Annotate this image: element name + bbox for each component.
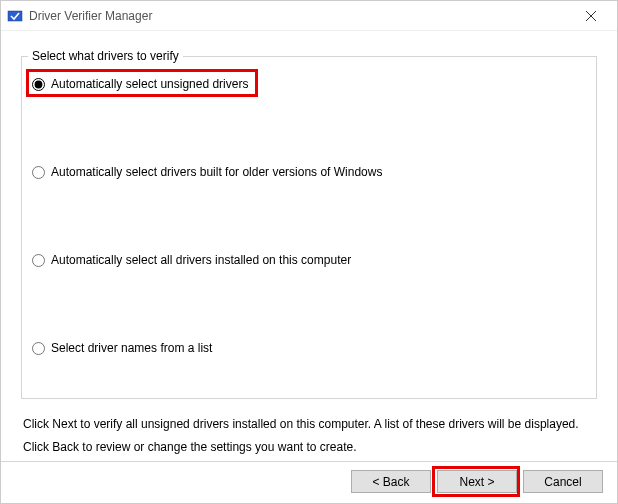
radio-option-older[interactable]: Automatically select drivers built for o… — [32, 165, 588, 179]
drivers-groupbox: Select what drivers to verify Automatica… — [21, 49, 597, 399]
radio-option-list[interactable]: Select driver names from a list — [32, 341, 588, 355]
next-button[interactable]: Next > — [437, 470, 517, 493]
cancel-button[interactable]: Cancel — [523, 470, 603, 493]
titlebar: Driver Verifier Manager — [1, 1, 617, 31]
back-button[interactable]: < Back — [351, 470, 431, 493]
radio-list-label: Select driver names from a list — [51, 341, 212, 355]
dialog-window: Driver Verifier Manager Select what driv… — [0, 0, 618, 504]
radio-all-input[interactable] — [32, 254, 45, 267]
radio-older-label: Automatically select drivers built for o… — [51, 165, 382, 179]
window-title: Driver Verifier Manager — [29, 9, 571, 23]
svg-rect-0 — [8, 11, 22, 21]
groupbox-legend: Select what drivers to verify — [28, 49, 183, 63]
app-icon — [7, 8, 23, 24]
radio-list-input[interactable] — [32, 342, 45, 355]
radio-all-label: Automatically select all drivers install… — [51, 253, 351, 267]
instruction-line-1: Click Next to verify all unsigned driver… — [23, 413, 595, 436]
content-area: Select what drivers to verify Automatica… — [1, 31, 617, 461]
instructions: Click Next to verify all unsigned driver… — [21, 399, 597, 459]
radio-unsigned-label: Automatically select unsigned drivers — [51, 77, 248, 91]
instruction-line-2: Click Back to review or change the setti… — [23, 436, 595, 459]
radio-option-all[interactable]: Automatically select all drivers install… — [32, 253, 588, 267]
radio-list: Automatically select unsigned drivers Au… — [22, 63, 596, 355]
radio-option-unsigned[interactable]: Automatically select unsigned drivers — [32, 77, 588, 91]
button-bar: < Back Next > Cancel — [1, 461, 617, 503]
radio-unsigned-input[interactable] — [32, 78, 45, 91]
close-button[interactable] — [571, 1, 611, 31]
radio-older-input[interactable] — [32, 166, 45, 179]
